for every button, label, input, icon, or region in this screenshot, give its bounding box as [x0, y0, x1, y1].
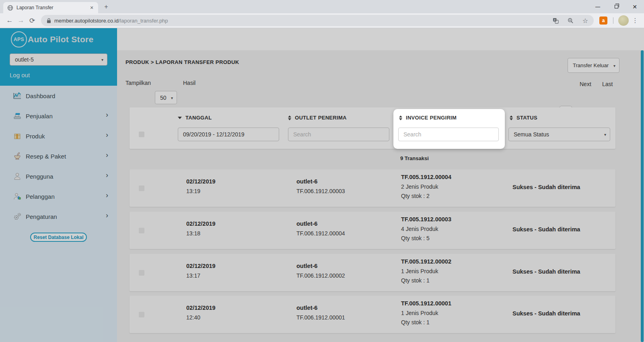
- row-status: Sukses - Sudah diterima: [512, 226, 580, 233]
- column-header-invoice-pengirim[interactable]: INVOICE PENGIRIM: [399, 115, 457, 121]
- breadcrumb: PRODUK > LAPORAN TRANSFER PRODUK: [126, 59, 239, 65]
- select-all-checkbox[interactable]: [139, 132, 144, 137]
- restore-icon: [615, 5, 618, 8]
- row-outlet-invoice: TF.006.1912.00003: [296, 188, 345, 194]
- mortar-icon: [12, 151, 23, 161]
- chevron-right-icon: ›: [106, 171, 108, 179]
- outlet-select[interactable]: outlet-5 ▾: [10, 54, 107, 66]
- row-outlet: outlet-6: [296, 220, 317, 227]
- page-scrollbar[interactable]: [641, 50, 644, 342]
- bookmark-star-icon[interactable]: ☆: [582, 17, 588, 25]
- browser-menu-icon[interactable]: ⋮: [630, 17, 640, 24]
- logout-link[interactable]: Log out: [10, 72, 30, 78]
- window-minimize-button[interactable]: —: [588, 0, 607, 13]
- row-item-count: 2 Jenis Produk: [401, 183, 438, 190]
- sidebar-item-pelanggan[interactable]: Pelanggan ›: [0, 186, 117, 206]
- forward-button[interactable]: →: [15, 16, 27, 25]
- dashboard-icon: [12, 91, 23, 101]
- column-header-tanggal[interactable]: TANGGAL: [178, 115, 212, 121]
- row-time: 13:17: [186, 272, 200, 279]
- table-row[interactable]: 02/12/2019 12:40 outlet-6 TF.006.1912.00…: [130, 296, 615, 333]
- sidebar-item-penjualan[interactable]: Penjualan ›: [0, 106, 117, 126]
- reset-database-button[interactable]: Reset Database Lokal: [30, 233, 87, 242]
- url-text: member.autopilotstore.co.id/laporan_tran…: [54, 18, 168, 24]
- sidebar-item-label: Pengguna: [26, 173, 53, 180]
- row-item-count: 1 Jenis Produk: [401, 268, 438, 274]
- row-item-count: 1 Jenis Produk: [401, 310, 438, 316]
- brand-title: Auto Pilot Store: [28, 35, 93, 44]
- sidebar-item-produk[interactable]: Produk ›: [0, 126, 117, 146]
- window-close-button[interactable]: ✕: [625, 0, 644, 13]
- row-qty: Qty stok : 2: [401, 193, 430, 199]
- transfer-type-select[interactable]: Transfer Keluar ▾: [568, 58, 619, 73]
- row-checkbox[interactable]: [139, 270, 144, 276]
- row-qty: Qty stok : 1: [401, 319, 430, 326]
- status-filter-select[interactable]: Semua Status ▾: [508, 128, 610, 141]
- row-time: 13:19: [186, 188, 200, 194]
- sort-icon[interactable]: [510, 115, 513, 120]
- extension-bag-icon[interactable]: a: [599, 16, 607, 25]
- column-header-outlet-penerima[interactable]: OUTLET PENERIMA: [288, 115, 347, 121]
- sidebar-item-resep-paket[interactable]: Resep & Paket ›: [0, 146, 117, 166]
- table-row[interactable]: 02/12/2019 13:19 outlet-6 TF.006.1912.00…: [130, 169, 615, 207]
- favicon-globe-icon: [7, 5, 13, 11]
- tab-title: Laporan Transfer: [16, 5, 85, 10]
- sort-icon[interactable]: [288, 115, 291, 120]
- tab-strip: Laporan Transfer ✕ + — ✕: [0, 0, 644, 13]
- row-outlet: outlet-6: [296, 263, 317, 269]
- outlet-search-input[interactable]: [288, 128, 389, 141]
- chevron-right-icon: ›: [106, 191, 108, 200]
- tab-close-icon[interactable]: ✕: [88, 4, 95, 11]
- sort-icon[interactable]: [399, 115, 402, 120]
- profile-avatar[interactable]: [618, 15, 629, 26]
- caret-down-icon: ▾: [604, 132, 606, 137]
- reload-button[interactable]: ⟳: [27, 16, 38, 25]
- row-qty: Qty stok : 5: [401, 235, 430, 241]
- toolbar-separator: [613, 17, 613, 24]
- table-row[interactable]: 02/12/2019 13:18 outlet-6 TF.006.1912.00…: [130, 212, 615, 249]
- sidebar-item-pengaturan[interactable]: Pengaturan ›: [0, 206, 117, 227]
- sidebar-item-label: Dashboard: [26, 93, 55, 99]
- sidebar-item-pengguna[interactable]: Pengguna ›: [0, 166, 117, 186]
- address-bar[interactable]: member.autopilotstore.co.id/laporan_tran…: [41, 15, 594, 26]
- next-page-link[interactable]: Next: [580, 81, 591, 87]
- sidebar: APS Auto Pilot Store outlet-5 ▾ Log out …: [0, 28, 117, 342]
- window-restore-button[interactable]: [607, 0, 625, 13]
- page-size-select[interactable]: 50 ▾: [155, 91, 177, 104]
- last-page-link[interactable]: Last: [602, 81, 613, 87]
- row-outlet: outlet-6: [296, 305, 317, 311]
- invoice-search-input[interactable]: [398, 128, 499, 141]
- svg-text:A: A: [554, 18, 556, 21]
- user-icon: [12, 171, 23, 181]
- row-invoice: TF.005.1912.00004: [401, 174, 451, 180]
- sort-desc-icon[interactable]: [178, 117, 182, 119]
- zoom-icon[interactable]: [568, 18, 574, 24]
- row-date: 02/12/2019: [186, 220, 216, 227]
- row-outlet-invoice: TF.006.1912.00001: [296, 314, 345, 321]
- sidebar-item-label: Penjualan: [26, 113, 53, 119]
- translate-icon[interactable]: A: [553, 18, 559, 24]
- show-label: Tampilkan: [126, 80, 151, 86]
- sidebar-item-label: Resep & Paket: [26, 153, 66, 160]
- table-row[interactable]: 02/12/2019 13:17 outlet-6 TF.006.1912.00…: [130, 254, 615, 291]
- row-status: Sukses - Sudah diterima: [512, 268, 580, 275]
- browser-chrome: Laporan Transfer ✕ + — ✕ ← → ⟳ member.au…: [0, 0, 644, 28]
- results-label: Hasil: [183, 80, 195, 86]
- caret-down-icon: ▾: [613, 63, 615, 68]
- main-content: PRODUK > LAPORAN TRANSFER PRODUK Transfe…: [117, 28, 644, 342]
- new-tab-button[interactable]: +: [101, 2, 111, 11]
- column-header-status[interactable]: STATUS: [510, 115, 537, 121]
- row-checkbox[interactable]: [139, 185, 144, 191]
- back-button[interactable]: ←: [4, 16, 15, 25]
- row-date: 02/12/2019: [186, 178, 216, 185]
- date-range-input[interactable]: [178, 128, 279, 141]
- caret-down-icon: ▾: [171, 95, 173, 100]
- row-outlet: outlet-6: [296, 178, 317, 185]
- column-invoice-pengirim-highlighted: INVOICE PENGIRIM: [398, 107, 500, 149]
- sidebar-item-dashboard[interactable]: Dashboard: [0, 86, 117, 106]
- browser-tab[interactable]: Laporan Transfer ✕: [3, 2, 98, 13]
- chevron-right-icon: ›: [106, 151, 108, 159]
- chevron-right-icon: ›: [106, 211, 108, 220]
- row-checkbox[interactable]: [139, 228, 144, 233]
- row-checkbox[interactable]: [139, 312, 144, 317]
